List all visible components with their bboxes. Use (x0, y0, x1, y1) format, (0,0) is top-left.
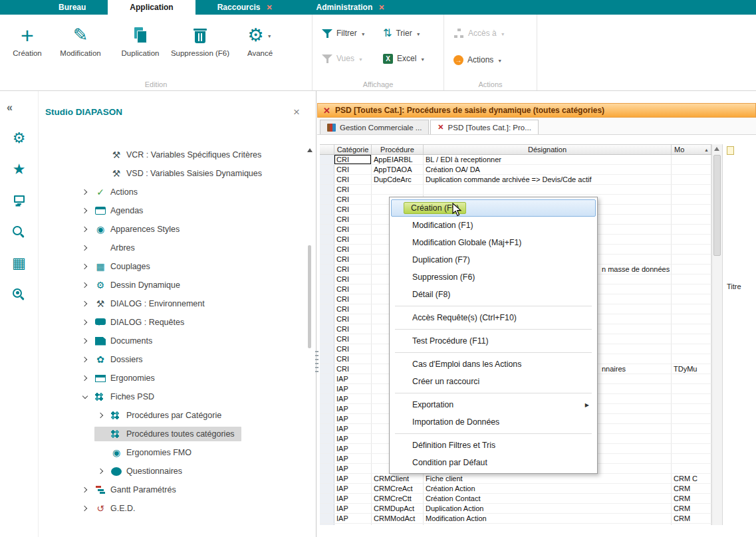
cell-mo[interactable] (672, 374, 711, 383)
cell-procedure[interactable]: CRMModAct (372, 514, 424, 523)
cell-procedure[interactable]: CRMCreCtt (372, 494, 424, 503)
table-row[interactable]: CRI DupCdeArc Duplication commande archi… (320, 175, 711, 185)
chevron-icon[interactable] (96, 447, 106, 458)
row-selector-cell[interactable] (320, 344, 334, 354)
cell-mo[interactable] (672, 205, 711, 214)
context-menu-item[interactable]: Définition Filtres et Tris (390, 437, 597, 454)
advanced-button[interactable]: ⚙ Avancé (230, 19, 290, 78)
row-selector-cell[interactable] (320, 434, 334, 443)
cell-mo[interactable] (672, 225, 711, 234)
delete-button[interactable]: Suppression (F6) (170, 19, 230, 78)
tree-item[interactable]: Arbres (39, 239, 316, 257)
cell-categorie[interactable]: IAP (334, 404, 372, 413)
cell-mo[interactable]: CRM (672, 494, 711, 503)
row-selector-cell[interactable] (320, 404, 334, 413)
tree-item[interactable]: Questionnaires (39, 462, 316, 481)
cell-mo[interactable] (672, 344, 711, 354)
chevron-icon[interactable] (80, 261, 90, 272)
context-menu-item[interactable]: Suppression (F6) (390, 268, 597, 286)
cell-mo[interactable]: CRM (672, 514, 711, 523)
panel-splitter[interactable] (315, 351, 318, 374)
row-selector-cell[interactable] (320, 494, 334, 503)
row-selector-cell[interactable] (320, 185, 334, 194)
scrollbar-thumb[interactable] (308, 245, 311, 348)
row-selector-cell[interactable] (320, 274, 334, 284)
chevron-icon[interactable] (80, 484, 90, 495)
cell-procedure[interactable]: CRMCreAct (372, 484, 424, 493)
cell-categorie[interactable]: IAP (334, 374, 372, 383)
cell-designation[interactable]: Fiche client (424, 474, 672, 483)
cell-designation[interactable]: Duplication Action (424, 504, 672, 513)
cell-mo[interactable] (672, 165, 711, 174)
tree-item[interactable]: ⚙ Dessin Dynamique (39, 276, 316, 294)
row-selector-cell[interactable] (320, 524, 334, 525)
cell-mo[interactable] (672, 354, 711, 364)
cell-mo[interactable] (672, 454, 711, 463)
collapse-sidebar-button[interactable]: « (7, 102, 13, 114)
cell-categorie[interactable]: CRI (334, 344, 372, 354)
chevron-icon[interactable] (80, 298, 90, 309)
chevron-icon[interactable] (80, 336, 90, 346)
context-menu-item[interactable]: Création (F9) (391, 199, 596, 217)
cell-designation[interactable]: Création Contact (424, 494, 672, 503)
row-selector-cell[interactable] (320, 454, 334, 463)
cell-mo[interactable] (672, 424, 711, 433)
column-header-procedure[interactable]: Procédure (372, 145, 424, 154)
cell-categorie[interactable]: IAP (334, 474, 372, 483)
table-row[interactable]: IAP CRMDupAct Duplication Action CRM (320, 504, 711, 514)
cell-mo[interactable] (672, 155, 711, 164)
row-selector-cell[interactable] (320, 195, 334, 204)
column-header-designation[interactable]: Désignation (424, 145, 672, 154)
cell-procedure[interactable] (372, 524, 424, 525)
table-row[interactable]: CRI AppTDAOA Création OA/ DA (320, 165, 711, 175)
context-menu-item[interactable]: Condition par Défaut (390, 454, 597, 471)
cell-categorie[interactable]: CRI (334, 274, 372, 284)
table-row[interactable]: IAP CRMModAct Modification Action CRM (320, 514, 711, 524)
row-selector-cell[interactable] (320, 354, 334, 364)
cell-mo[interactable] (672, 185, 711, 194)
row-selector-cell[interactable] (320, 504, 334, 513)
chevron-icon[interactable] (80, 280, 90, 290)
row-selector-cell[interactable] (320, 165, 334, 174)
cell-categorie[interactable]: CRI (334, 255, 372, 264)
column-header-categorie[interactable]: Catégorie (334, 145, 372, 154)
row-selector-cell[interactable] (320, 215, 334, 224)
rail-item[interactable]: ⚙ (12, 130, 26, 147)
chevron-icon[interactable] (80, 243, 90, 253)
cell-categorie[interactable]: IAP (334, 384, 372, 393)
menu-tab-administration[interactable]: Administration✕ (295, 0, 407, 15)
cell-designation[interactable]: BL / EDI à receptionner (424, 155, 672, 164)
cell-categorie[interactable]: IAP (334, 504, 372, 513)
cell-categorie[interactable]: CRI (334, 294, 372, 304)
cell-categorie[interactable]: IAP (334, 524, 372, 525)
context-menu-item[interactable]: Test Procédure (F11) (390, 332, 597, 350)
context-menu-item[interactable]: Modification (F1) (390, 217, 597, 234)
access-to-button[interactable]: Accès à (453, 25, 537, 41)
row-selector-cell[interactable] (320, 294, 334, 304)
row-selector-cell[interactable] (320, 175, 334, 184)
row-selector-cell[interactable] (320, 245, 334, 254)
cell-categorie[interactable]: IAP (334, 484, 372, 493)
cell-categorie[interactable]: CRI (334, 354, 372, 364)
cell-mo[interactable] (672, 284, 711, 294)
tab-gestion-commerciale[interactable]: Gestion Commerciale ... (320, 120, 429, 134)
cell-mo[interactable] (672, 265, 711, 274)
context-menu-item[interactable]: Détail (F8) (390, 286, 597, 303)
cell-mo[interactable] (672, 175, 711, 184)
cell-designation[interactable]: Création Action (424, 484, 672, 493)
cell-categorie[interactable]: CRI (334, 334, 372, 344)
cell-categorie[interactable]: CRI (334, 175, 372, 184)
cell-designation[interactable] (424, 524, 672, 525)
table-row[interactable]: IAP (320, 524, 711, 525)
chevron-icon[interactable] (80, 503, 90, 514)
tree-item[interactable]: ▦ Couplages (39, 257, 316, 276)
cell-categorie[interactable]: CRI (334, 284, 372, 294)
row-selector-cell[interactable] (320, 464, 334, 473)
chevron-icon[interactable] (80, 205, 90, 216)
cell-mo[interactable] (672, 524, 711, 525)
context-menu-item[interactable]: Modification Globale (Maj+F1) (390, 234, 597, 251)
cell-designation[interactable]: Duplication commande archivée => Devis/C… (424, 175, 672, 184)
row-selector-cell[interactable] (320, 334, 334, 344)
row-selector-cell[interactable] (320, 255, 334, 264)
row-selector-cell[interactable] (320, 514, 334, 523)
